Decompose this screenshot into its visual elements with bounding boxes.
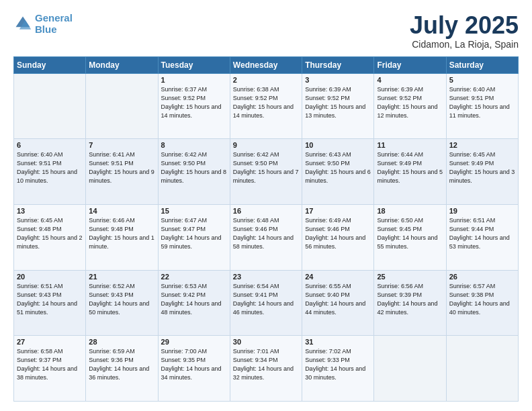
day-detail: Sunrise: 6:47 AMSunset: 9:47 PMDaylight:…: [161, 216, 227, 251]
calendar-cell: 13 Sunrise: 6:45 AMSunset: 9:48 PMDaylig…: [14, 204, 86, 270]
logo-blue: Blue: [35, 24, 57, 35]
day-detail: Sunrise: 6:44 AMSunset: 9:49 PMDaylight:…: [377, 150, 443, 185]
day-detail: Sunrise: 6:57 AMSunset: 9:38 PMDaylight:…: [449, 282, 515, 317]
calendar-cell: 9 Sunrise: 6:42 AMSunset: 9:50 PMDayligh…: [230, 139, 302, 205]
day-number: 23: [233, 273, 299, 281]
logo-icon: [13, 14, 32, 33]
calendar-cell: [446, 336, 518, 402]
day-detail: Sunrise: 6:52 AMSunset: 9:43 PMDaylight:…: [89, 282, 154, 317]
calendar-cell: 29 Sunrise: 7:00 AMSunset: 9:35 PMDaylig…: [158, 336, 230, 402]
calendar-cell: 30 Sunrise: 7:01 AMSunset: 9:34 PMDaylig…: [230, 336, 302, 402]
day-number: 27: [17, 338, 83, 346]
day-number: 13: [17, 207, 83, 215]
calendar-week-row: 1 Sunrise: 6:37 AMSunset: 9:52 PMDayligh…: [14, 73, 519, 139]
day-detail: Sunrise: 6:45 AMSunset: 9:49 PMDaylight:…: [449, 150, 515, 185]
title-block: July 2025 Cidamon, La Rioja, Spain: [410, 12, 519, 50]
day-number: 4: [377, 76, 443, 84]
day-detail: Sunrise: 6:42 AMSunset: 9:50 PMDaylight:…: [161, 150, 227, 185]
day-number: 15: [161, 207, 227, 215]
day-number: 12: [449, 141, 515, 149]
day-number: 29: [161, 338, 227, 346]
day-detail: Sunrise: 6:53 AMSunset: 9:42 PMDaylight:…: [161, 282, 227, 317]
day-number: 3: [305, 76, 371, 84]
calendar-cell: [86, 73, 158, 139]
day-number: 30: [233, 338, 299, 346]
calendar-cell: 22 Sunrise: 6:53 AMSunset: 9:42 PMDaylig…: [158, 270, 230, 336]
day-detail: Sunrise: 6:59 AMSunset: 9:36 PMDaylight:…: [89, 347, 154, 382]
calendar-cell: 4 Sunrise: 6:39 AMSunset: 9:52 PMDayligh…: [374, 73, 446, 139]
col-thursday: Thursday: [302, 56, 374, 73]
day-number: 24: [305, 273, 371, 281]
day-detail: Sunrise: 6:41 AMSunset: 9:51 PMDaylight:…: [89, 150, 154, 185]
day-detail: Sunrise: 6:50 AMSunset: 9:45 PMDaylight:…: [377, 216, 443, 251]
calendar-cell: 24 Sunrise: 6:55 AMSunset: 9:40 PMDaylig…: [302, 270, 374, 336]
calendar-week-row: 27 Sunrise: 6:58 AMSunset: 9:37 PMDaylig…: [14, 336, 519, 402]
month-title: July 2025: [410, 12, 519, 39]
calendar-cell: 18 Sunrise: 6:50 AMSunset: 9:45 PMDaylig…: [374, 204, 446, 270]
col-sunday: Sunday: [14, 56, 86, 73]
calendar-cell: 1 Sunrise: 6:37 AMSunset: 9:52 PMDayligh…: [158, 73, 230, 139]
calendar-cell: 14 Sunrise: 6:46 AMSunset: 9:48 PMDaylig…: [86, 204, 158, 270]
day-detail: Sunrise: 6:49 AMSunset: 9:46 PMDaylight:…: [305, 216, 371, 251]
calendar-header-row: Sunday Monday Tuesday Wednesday Thursday…: [14, 56, 519, 73]
day-detail: Sunrise: 6:37 AMSunset: 9:52 PMDaylight:…: [161, 85, 227, 120]
day-number: 10: [305, 141, 371, 149]
day-number: 14: [89, 207, 154, 215]
calendar-cell: 17 Sunrise: 6:49 AMSunset: 9:46 PMDaylig…: [302, 204, 374, 270]
day-detail: Sunrise: 6:46 AMSunset: 9:48 PMDaylight:…: [89, 216, 154, 251]
day-detail: Sunrise: 6:54 AMSunset: 9:41 PMDaylight:…: [233, 282, 299, 317]
calendar-cell: 21 Sunrise: 6:52 AMSunset: 9:43 PMDaylig…: [86, 270, 158, 336]
day-detail: Sunrise: 6:58 AMSunset: 9:37 PMDaylight:…: [17, 347, 83, 382]
col-wednesday: Wednesday: [230, 56, 302, 73]
day-detail: Sunrise: 6:45 AMSunset: 9:48 PMDaylight:…: [17, 216, 83, 251]
day-number: 28: [89, 338, 154, 346]
day-detail: Sunrise: 6:39 AMSunset: 9:52 PMDaylight:…: [377, 85, 443, 120]
day-number: 11: [377, 141, 443, 149]
day-detail: Sunrise: 6:40 AMSunset: 9:51 PMDaylight:…: [17, 150, 83, 185]
calendar-cell: 8 Sunrise: 6:42 AMSunset: 9:50 PMDayligh…: [158, 139, 230, 205]
calendar-cell: 5 Sunrise: 6:40 AMSunset: 9:51 PMDayligh…: [446, 73, 518, 139]
logo-text: General Blue: [35, 12, 73, 36]
calendar-cell: 19 Sunrise: 6:51 AMSunset: 9:44 PMDaylig…: [446, 204, 518, 270]
day-detail: Sunrise: 6:55 AMSunset: 9:40 PMDaylight:…: [305, 282, 371, 317]
day-detail: Sunrise: 6:40 AMSunset: 9:51 PMDaylight:…: [449, 85, 515, 120]
day-number: 22: [161, 273, 227, 281]
calendar-cell: 10 Sunrise: 6:43 AMSunset: 9:50 PMDaylig…: [302, 139, 374, 205]
day-number: 31: [305, 338, 371, 346]
calendar-cell: [14, 73, 86, 139]
day-detail: Sunrise: 7:02 AMSunset: 9:33 PMDaylight:…: [305, 347, 371, 382]
calendar-cell: 26 Sunrise: 6:57 AMSunset: 9:38 PMDaylig…: [446, 270, 518, 336]
day-number: 5: [449, 76, 515, 84]
calendar-cell: 23 Sunrise: 6:54 AMSunset: 9:41 PMDaylig…: [230, 270, 302, 336]
calendar-week-row: 20 Sunrise: 6:51 AMSunset: 9:43 PMDaylig…: [14, 270, 519, 336]
day-detail: Sunrise: 6:56 AMSunset: 9:39 PMDaylight:…: [377, 282, 443, 317]
day-number: 17: [305, 207, 371, 215]
calendar-cell: 20 Sunrise: 6:51 AMSunset: 9:43 PMDaylig…: [14, 270, 86, 336]
calendar-cell: 27 Sunrise: 6:58 AMSunset: 9:37 PMDaylig…: [14, 336, 86, 402]
col-saturday: Saturday: [446, 56, 518, 73]
logo: General Blue: [13, 12, 73, 36]
day-detail: Sunrise: 6:51 AMSunset: 9:44 PMDaylight:…: [449, 216, 515, 251]
calendar-cell: 6 Sunrise: 6:40 AMSunset: 9:51 PMDayligh…: [14, 139, 86, 205]
calendar-cell: 31 Sunrise: 7:02 AMSunset: 9:33 PMDaylig…: [302, 336, 374, 402]
day-detail: Sunrise: 7:01 AMSunset: 9:34 PMDaylight:…: [233, 347, 299, 382]
calendar-cell: 2 Sunrise: 6:38 AMSunset: 9:52 PMDayligh…: [230, 73, 302, 139]
calendar-week-row: 13 Sunrise: 6:45 AMSunset: 9:48 PMDaylig…: [14, 204, 519, 270]
day-detail: Sunrise: 7:00 AMSunset: 9:35 PMDaylight:…: [161, 347, 227, 382]
day-detail: Sunrise: 6:42 AMSunset: 9:50 PMDaylight:…: [233, 150, 299, 185]
day-number: 25: [377, 273, 443, 281]
location-subtitle: Cidamon, La Rioja, Spain: [410, 39, 519, 50]
day-number: 6: [17, 141, 83, 149]
header: General Blue July 2025 Cidamon, La Rioja…: [13, 12, 519, 50]
calendar-cell: 16 Sunrise: 6:48 AMSunset: 9:46 PMDaylig…: [230, 204, 302, 270]
col-friday: Friday: [374, 56, 446, 73]
calendar-cell: [374, 336, 446, 402]
col-monday: Monday: [86, 56, 158, 73]
day-number: 21: [89, 273, 154, 281]
calendar-cell: 12 Sunrise: 6:45 AMSunset: 9:49 PMDaylig…: [446, 139, 518, 205]
col-tuesday: Tuesday: [158, 56, 230, 73]
day-number: 9: [233, 141, 299, 149]
day-number: 26: [449, 273, 515, 281]
day-number: 8: [161, 141, 227, 149]
logo-general: General: [35, 12, 73, 24]
